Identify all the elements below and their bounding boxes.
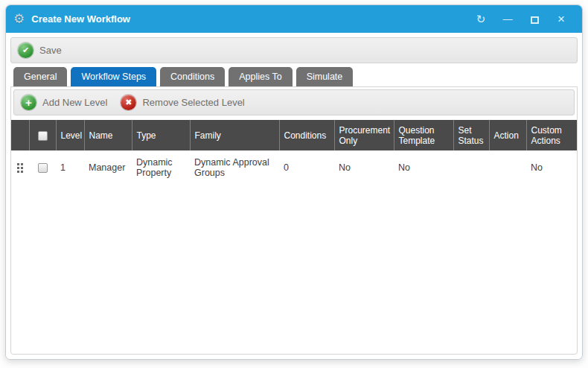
refresh-icon: ↻ <box>476 13 486 25</box>
cell-set-status <box>453 150 489 185</box>
save-icon: ✔ <box>18 42 33 58</box>
remove-icon: ✖ <box>121 95 136 110</box>
cell-family: Dynamic Approval Groups <box>190 150 279 185</box>
tab-bar: General Workflow Steps Conditions Applie… <box>10 67 578 86</box>
remove-selected-level-label: Remove Selected Level <box>142 97 244 108</box>
dialog-content: ✔ Save General Workflow Steps Conditions… <box>6 33 582 359</box>
table-header-row: Level Name Type Family Conditions Procur… <box>11 120 577 150</box>
column-header-family[interactable]: Family <box>190 120 279 150</box>
remove-selected-level-button[interactable]: ✖ Remove Selected Level <box>121 95 244 110</box>
maximize-icon <box>531 16 539 24</box>
column-header-type[interactable]: Type <box>132 120 190 150</box>
tab-conditions[interactable]: Conditions <box>160 67 225 86</box>
close-button[interactable]: × <box>548 5 575 33</box>
cell-custom-actions: No <box>526 150 577 185</box>
add-new-level-button[interactable]: + Add New Level <box>21 95 107 110</box>
column-header-name[interactable]: Name <box>84 120 132 150</box>
row-checkbox[interactable] <box>38 163 48 173</box>
column-header-action[interactable]: Action <box>489 120 526 150</box>
workflow-steps-panel: + Add New Level ✖ Remove Selected Level <box>10 86 578 355</box>
minimize-icon: — <box>503 13 513 25</box>
minimize-button[interactable]: — <box>494 5 521 33</box>
gear-icon: ⚙ <box>13 13 25 25</box>
window-controls: ↻ — × <box>467 5 575 33</box>
column-header-set-status[interactable]: Set Status <box>453 120 489 150</box>
create-new-workflow-dialog: ⚙ Create New Workflow ↻ — × ✔ Save Gener… <box>5 4 583 360</box>
cell-type: Dynamic Property <box>132 150 190 185</box>
window-title: Create New Workflow <box>31 13 467 25</box>
cell-procurement-only: No <box>334 150 394 185</box>
cell-conditions: 0 <box>279 150 334 185</box>
refresh-button[interactable]: ↻ <box>467 5 494 33</box>
save-button-label: Save <box>39 45 62 56</box>
tab-general[interactable]: General <box>13 67 67 86</box>
cell-action <box>489 150 526 185</box>
add-new-level-label: Add New Level <box>42 97 107 108</box>
tab-simulate[interactable]: Simulate <box>296 67 354 86</box>
column-header-level[interactable]: Level <box>56 120 84 150</box>
title-bar: ⚙ Create New Workflow ↻ — × <box>6 5 582 33</box>
column-header-conditions[interactable]: Conditions <box>279 120 334 150</box>
cell-level: 1 <box>56 150 84 185</box>
column-header-custom-actions[interactable]: Custom Actions <box>526 120 577 150</box>
row-select-cell <box>29 150 56 185</box>
row-drag-cell <box>11 150 29 185</box>
column-header-procurement-only[interactable]: Procurement Only <box>334 120 394 150</box>
cell-name: Manager <box>84 150 132 185</box>
drag-handle-icon[interactable] <box>17 163 23 173</box>
column-header-question-template[interactable]: Question Template <box>394 120 453 150</box>
tab-workflow-steps[interactable]: Workflow Steps <box>71 67 156 86</box>
save-button[interactable]: ✔ Save <box>18 42 62 58</box>
add-icon: + <box>21 95 36 110</box>
drag-column-header <box>11 120 29 150</box>
close-icon: × <box>557 12 565 26</box>
select-all-header <box>29 120 56 150</box>
table-row: 1 Manager Dynamic Property Dynamic Appro… <box>11 150 577 185</box>
maximize-button[interactable] <box>521 5 548 33</box>
cell-question-template: No <box>394 150 453 185</box>
level-toolbar: + Add New Level ✖ Remove Selected Level <box>13 89 575 115</box>
save-toolbar: ✔ Save <box>10 37 578 63</box>
tab-applies-to[interactable]: Applies To <box>229 67 292 86</box>
select-all-checkbox[interactable] <box>38 131 48 141</box>
workflow-steps-table: Level Name Type Family Conditions Procur… <box>11 120 577 185</box>
